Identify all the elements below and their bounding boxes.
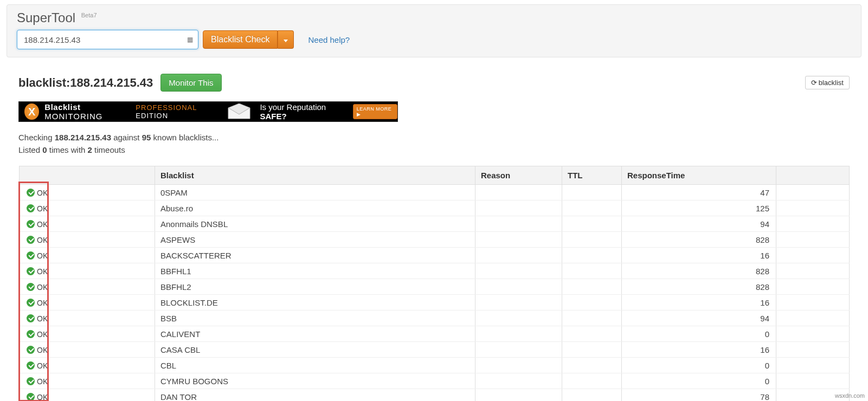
cell-status: OK bbox=[20, 185, 155, 200]
refresh-label: blacklist bbox=[819, 79, 844, 87]
promo-pro: PROFESSIONAL bbox=[136, 104, 197, 112]
cell-status: OK bbox=[20, 263, 155, 279]
cell-ttl bbox=[562, 185, 622, 200]
check-button-group: Blacklist Check bbox=[203, 30, 294, 49]
table-row: OKCYMRU BOGONS0 bbox=[20, 373, 850, 389]
th-ttl: TTL bbox=[562, 166, 622, 185]
ok-check-icon bbox=[27, 299, 35, 307]
learn-more-badge[interactable]: LEARN MORE ▶ bbox=[353, 104, 397, 119]
table-row: OKBBFHL2828 bbox=[20, 279, 850, 295]
refresh-blacklist-button[interactable]: ⟳blacklist bbox=[805, 76, 850, 89]
cell-status: OK bbox=[20, 342, 155, 358]
cell-status: OK bbox=[20, 326, 155, 342]
cell-ttl bbox=[562, 358, 622, 373]
cell-reason bbox=[475, 232, 562, 248]
cell-extra bbox=[776, 358, 850, 373]
cell-ttl bbox=[562, 295, 622, 311]
cell-reason bbox=[475, 326, 562, 342]
cell-status: OK bbox=[20, 232, 155, 248]
ok-check-icon bbox=[27, 346, 35, 354]
cell-responsetime: 47 bbox=[622, 185, 776, 200]
status-box: OK bbox=[25, 283, 48, 292]
cell-blacklist: CASA CBL bbox=[155, 342, 475, 358]
cell-blacklist: 0SPAM bbox=[155, 185, 475, 200]
tool-name: SuperTool bbox=[17, 10, 75, 25]
ok-check-icon bbox=[27, 377, 35, 385]
ip-input-wrap: ▦ bbox=[17, 30, 198, 49]
cell-extra bbox=[776, 326, 850, 342]
status-box: OK bbox=[25, 393, 48, 401]
ok-check-icon bbox=[27, 314, 35, 322]
cell-extra bbox=[776, 342, 850, 358]
status-box: OK bbox=[25, 189, 48, 197]
tool-title: SuperTool Beta7 bbox=[17, 10, 851, 25]
table-row: OKCASA CBL16 bbox=[20, 342, 850, 358]
status-text: OK bbox=[37, 189, 48, 197]
cell-blacklist: BSB bbox=[155, 311, 475, 326]
cell-ttl bbox=[562, 232, 622, 248]
table-row: OKDAN TOR78 bbox=[20, 389, 850, 402]
ok-check-icon bbox=[27, 361, 35, 370]
cell-ttl bbox=[562, 279, 622, 295]
table-row: OKASPEWS828 bbox=[20, 232, 850, 248]
status-box: OK bbox=[25, 330, 48, 339]
blacklist-check-dropdown[interactable] bbox=[278, 30, 294, 49]
th-blacklist: Blacklist bbox=[155, 166, 475, 185]
status-box: OK bbox=[25, 251, 48, 260]
cell-reason bbox=[475, 248, 562, 263]
monitor-this-button[interactable]: Monitor This bbox=[160, 74, 221, 92]
cell-responsetime: 828 bbox=[622, 232, 776, 248]
cell-status: OK bbox=[20, 295, 155, 311]
need-help-link[interactable]: Need help? bbox=[308, 35, 350, 44]
promo-question: Is your Reputation SAFE? bbox=[260, 102, 346, 121]
promo-brand-b: MONITORING bbox=[44, 112, 102, 121]
sum2-b: times with bbox=[49, 145, 86, 154]
ip-input[interactable] bbox=[17, 30, 198, 49]
status-box: OK bbox=[25, 377, 48, 386]
table-wrap: Blacklist Reason TTL ResponseTime OK0SPA… bbox=[18, 166, 850, 401]
cell-responsetime: 0 bbox=[622, 358, 776, 373]
cell-reason bbox=[475, 295, 562, 311]
chevron-down-icon bbox=[284, 40, 288, 42]
status-text: OK bbox=[37, 377, 48, 386]
cell-responsetime: 828 bbox=[622, 279, 776, 295]
cell-responsetime: 828 bbox=[622, 263, 776, 279]
cell-extra bbox=[776, 263, 850, 279]
cell-status: OK bbox=[20, 389, 155, 402]
cell-blacklist: CBL bbox=[155, 358, 475, 373]
table-row: OKCBL0 bbox=[20, 358, 850, 373]
status-text: OK bbox=[37, 361, 48, 370]
status-box: OK bbox=[25, 314, 48, 323]
tool-tag: Beta7 bbox=[81, 12, 97, 18]
cell-reason bbox=[475, 200, 562, 216]
th-responsetime: ResponseTime bbox=[622, 166, 776, 185]
cell-ttl bbox=[562, 373, 622, 389]
cell-extra bbox=[776, 216, 850, 232]
page-title: blacklist:188.214.215.43 bbox=[18, 76, 153, 90]
cell-blacklist: BBFHL2 bbox=[155, 279, 475, 295]
table-row: OKCALIVENT0 bbox=[20, 326, 850, 342]
promo-pro-edition: PROFESSIONAL EDITION bbox=[136, 104, 223, 120]
status-text: OK bbox=[37, 267, 48, 276]
cell-responsetime: 125 bbox=[622, 200, 776, 216]
status-box: OK bbox=[25, 346, 48, 354]
ok-check-icon bbox=[27, 267, 35, 275]
cell-extra bbox=[776, 232, 850, 248]
promo-banner[interactable]: X Blacklist MONITORING PROFESSIONAL EDIT… bbox=[18, 101, 398, 122]
status-box: OK bbox=[25, 267, 48, 276]
cell-reason bbox=[475, 185, 562, 200]
blacklist-check-button[interactable]: Blacklist Check bbox=[203, 30, 278, 49]
status-box: OK bbox=[25, 220, 48, 229]
sum2-c: timeouts bbox=[94, 145, 125, 154]
cell-reason bbox=[475, 389, 562, 402]
promo-brand: Blacklist MONITORING bbox=[44, 102, 132, 121]
watermark: wsxdn.com bbox=[835, 392, 865, 399]
cell-blacklist: ASPEWS bbox=[155, 232, 475, 248]
status-text: OK bbox=[37, 204, 48, 213]
cell-extra bbox=[776, 279, 850, 295]
cell-status: OK bbox=[20, 279, 155, 295]
cell-blacklist: CYMRU BOGONS bbox=[155, 373, 475, 389]
th-reason: Reason bbox=[475, 166, 562, 185]
ok-check-icon bbox=[27, 251, 35, 260]
cell-ttl bbox=[562, 248, 622, 263]
